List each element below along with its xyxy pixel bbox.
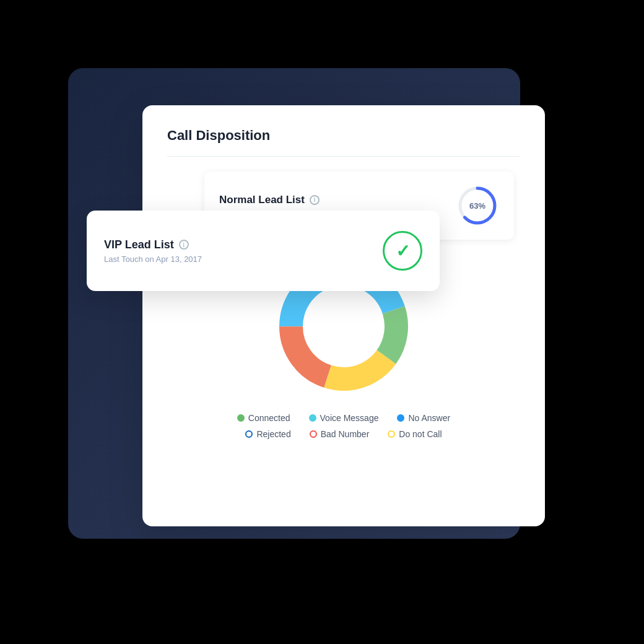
- legend-connected: Connected: [237, 413, 290, 423]
- legend-rejected: Rejected: [245, 429, 290, 439]
- legend-row-2: Rejected Bad Number Do not Call: [245, 429, 442, 439]
- no-answer-dot: [397, 414, 404, 422]
- legend-voice-message: Voice Message: [309, 413, 379, 423]
- progress-text: 63%: [469, 201, 485, 211]
- connected-dot: [237, 414, 245, 422]
- call-disposition-card: Call Disposition Normal Lead List i Last…: [142, 105, 545, 526]
- check-circle: ✓: [383, 231, 422, 271]
- legend-row-1: Connected Voice Message No Answer: [237, 413, 450, 423]
- info-icon[interactable]: i: [310, 195, 320, 205]
- checkmark-icon: ✓: [396, 241, 410, 261]
- chart-legend: Connected Voice Message No Answer Reject…: [167, 413, 520, 439]
- divider: [167, 156, 520, 157]
- rejected-dot: [245, 430, 253, 438]
- legend-no-answer: No Answer: [397, 413, 450, 423]
- progress-circle: 63%: [456, 184, 499, 227]
- card-title: Call Disposition: [167, 128, 520, 144]
- legend-do-not-call: Do not Call: [388, 429, 442, 439]
- do-not-call-dot: [388, 430, 395, 438]
- vip-info-icon[interactable]: i: [179, 240, 189, 250]
- vip-lead-info: VIP Lead List i Last Touch on Apr 13, 20…: [104, 238, 202, 264]
- bad-number-dot: [310, 430, 317, 438]
- svg-point-2: [308, 291, 379, 362]
- legend-bad-number: Bad Number: [310, 429, 370, 439]
- vip-lead-card[interactable]: VIP Lead List i Last Touch on Apr 13, 20…: [87, 211, 440, 291]
- vip-lead-name: VIP Lead List i: [104, 238, 202, 251]
- vip-lead-date: Last Touch on Apr 13, 2017: [104, 255, 202, 264]
- normal-lead-name: Normal Lead List i: [219, 194, 320, 206]
- voice-message-dot: [309, 414, 316, 422]
